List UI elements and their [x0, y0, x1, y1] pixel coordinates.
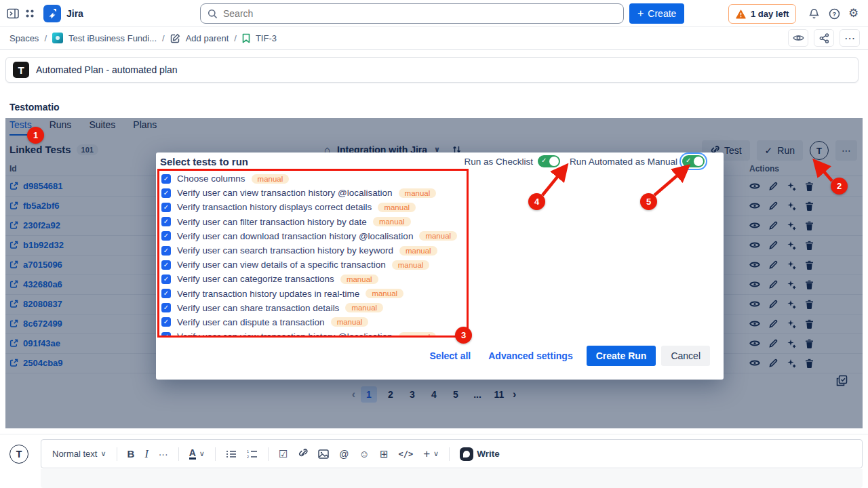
app-name: Jira: [66, 8, 83, 19]
more-formatting-button[interactable]: ···: [159, 449, 168, 460]
chevron-down-icon: ∨: [199, 449, 205, 458]
test-checklist-row: ✓ Verify user can search transaction his…: [161, 243, 467, 258]
more-actions-button[interactable]: ⋯: [840, 29, 860, 47]
warning-icon: [736, 9, 746, 19]
italic-button[interactable]: I: [144, 448, 148, 460]
manual-badge: manual: [366, 289, 403, 298]
breadcrumb: Spaces / Test iBusiness Fundi... / Add p…: [0, 27, 868, 49]
test-label: Verify user can view details of a specif…: [177, 260, 386, 270]
annotation-1: 1: [27, 127, 44, 144]
top-nav: Jira + Create 1 day left ? ⚙: [0, 0, 868, 27]
create-button[interactable]: + Create: [629, 3, 684, 24]
test-checklist-row: ✓ Verify transaction history updates in …: [161, 287, 467, 301]
breadcrumb-spaces[interactable]: Spaces: [9, 33, 39, 43]
test-label: Verify user can view transaction history…: [177, 188, 393, 198]
editor-content-area[interactable]: [41, 469, 863, 488]
test-label: Verify transaction history displays corr…: [177, 202, 372, 212]
insert-image-button[interactable]: [318, 449, 329, 459]
test-label: Verify user can search transaction histo…: [177, 245, 393, 256]
numbered-list-button[interactable]: 1 2: [247, 449, 258, 459]
annotation-3: 3: [455, 327, 472, 344]
test-checkbox[interactable]: ✓: [161, 303, 171, 312]
manual-badge: manual: [399, 332, 437, 336]
select-all-link[interactable]: Select all: [430, 350, 471, 361]
bullet-list-button[interactable]: [226, 449, 237, 459]
test-checkbox[interactable]: ✓: [161, 246, 171, 256]
notifications-bell-icon[interactable]: [808, 8, 820, 20]
write-logo-icon: [460, 447, 473, 461]
test-label: Verify user can categorize transactions: [177, 274, 334, 284]
share-button[interactable]: [814, 29, 834, 47]
test-checklist-row: ✓ Verify transaction history displays co…: [161, 200, 467, 214]
test-checkbox[interactable]: ✓: [161, 231, 171, 241]
annotation-5: 5: [640, 193, 657, 210]
breadcrumb-issue-key[interactable]: TIF-3: [256, 33, 277, 43]
test-checkbox[interactable]: ✓: [161, 317, 171, 327]
breadcrumb-space-name[interactable]: Test iBusiness Fundi...: [68, 33, 157, 43]
run-as-checklist-toggle[interactable]: ✓: [538, 155, 560, 167]
test-checkbox[interactable]: ✓: [161, 203, 171, 212]
insert-more-dropdown[interactable]: + ∨: [423, 447, 439, 461]
insert-link-button[interactable]: [298, 449, 308, 459]
editor-toolbar: Normal text ∨ B I ··· A ∨ 1 2 ☑: [41, 439, 863, 468]
test-checkbox[interactable]: ✓: [161, 260, 171, 270]
plan-title-card[interactable]: T Automated Plan - automated plan: [5, 57, 859, 83]
settings-gear-icon[interactable]: ⚙: [848, 6, 859, 20]
breadcrumb-add-parent[interactable]: Add parent: [186, 33, 229, 43]
testomatio-logo-icon: T: [13, 62, 29, 78]
annotation-4: 4: [528, 193, 545, 210]
test-label: Choose columns: [177, 174, 245, 184]
emoji-button[interactable]: ☺: [359, 448, 370, 460]
search-bar[interactable]: [200, 3, 624, 24]
divider: [0, 434, 868, 434]
run-as-checklist-label: Run as Checklist: [465, 157, 533, 167]
test-checklist-row: ✓ Verify user can categorize transaction…: [161, 272, 467, 286]
plan-title: Automated Plan - automated plan: [36, 64, 178, 75]
cancel-button[interactable]: Cancel: [661, 346, 710, 366]
bookmark-icon: [242, 33, 250, 43]
test-checklist-row: ✓ Verify user can view transaction histo…: [161, 186, 467, 200]
test-label: Verify user can filter transaction histo…: [177, 217, 367, 227]
test-checklist-row: ✓ Verify user can view details of a spec…: [161, 258, 467, 272]
sidebar-toggle-icon[interactable]: [7, 8, 19, 19]
trial-countdown-badge[interactable]: 1 day left: [728, 4, 796, 24]
svg-text:?: ?: [833, 10, 837, 18]
app-switcher-icon[interactable]: [24, 8, 35, 19]
chevron-down-icon: ∨: [433, 449, 439, 458]
test-checkbox[interactable]: ✓: [161, 217, 171, 226]
test-checkbox[interactable]: ✓: [161, 174, 171, 184]
code-block-button[interactable]: </>: [398, 449, 413, 459]
manual-badge: manual: [392, 260, 430, 270]
text-style-dropdown[interactable]: Normal text ∨: [52, 449, 106, 459]
divider: [0, 49, 868, 50]
run-automated-as-manual-label: Run Automated as Manual: [570, 157, 677, 167]
manual-badge: manual: [331, 317, 369, 327]
modal-title: Select tests to run: [160, 156, 248, 167]
test-checkbox[interactable]: ✓: [161, 274, 171, 284]
manual-badge: manual: [345, 303, 383, 312]
test-checkbox[interactable]: ✓: [161, 332, 171, 336]
space-avatar: [52, 33, 63, 43]
test-label: Verify user can download transaction his…: [177, 231, 413, 241]
advanced-settings-link[interactable]: Advanced settings: [488, 350, 572, 361]
ai-write-button[interactable]: Write: [460, 447, 500, 461]
mention-button[interactable]: @: [339, 449, 349, 460]
jira-logo-icon[interactable]: [43, 5, 61, 22]
modal-footer: Select all Advanced settings Create Run …: [430, 346, 710, 366]
plus-icon: +: [637, 7, 644, 20]
task-list-button[interactable]: ☑: [279, 448, 288, 460]
test-checkbox[interactable]: ✓: [161, 289, 171, 298]
search-icon: [208, 9, 218, 19]
insert-table-button[interactable]: ⊞: [380, 448, 389, 460]
help-icon[interactable]: ?: [829, 8, 840, 20]
watch-eye-button[interactable]: [788, 29, 808, 47]
manual-badge: manual: [252, 174, 290, 184]
bold-button[interactable]: B: [127, 448, 135, 460]
text-color-dropdown[interactable]: A ∨: [189, 448, 205, 460]
test-checkbox[interactable]: ✓: [161, 188, 171, 198]
manual-badge: manual: [340, 274, 378, 284]
run-automated-as-manual-toggle[interactable]: ✓: [682, 155, 705, 167]
test-checklist: ✓ Choose columns manual ✓ Verify user ca…: [161, 171, 467, 336]
search-input[interactable]: [223, 8, 616, 19]
create-run-button[interactable]: Create Run: [587, 346, 656, 366]
